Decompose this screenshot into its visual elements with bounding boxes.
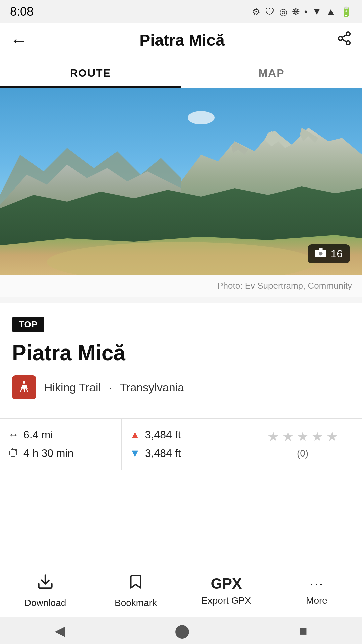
rating-count: (0) <box>297 448 308 459</box>
more-button[interactable]: ··· More <box>272 564 362 617</box>
download-label: Download <box>24 598 66 608</box>
top-badge: TOP <box>12 317 44 332</box>
stars-row[interactable]: ★ ★ ★ ★ ★ <box>267 429 338 444</box>
star-3[interactable]: ★ <box>297 429 308 444</box>
bookmark-icon <box>127 573 144 594</box>
download-icon <box>37 573 54 594</box>
signal-icon: ▲ <box>326 6 336 17</box>
duration-icon: ⏱ <box>8 447 19 460</box>
stats-col-rating: ★ ★ ★ ★ ★ (0) <box>243 419 362 470</box>
share-button[interactable] <box>337 31 352 50</box>
section-divider <box>0 297 362 303</box>
top-nav: ← Piatra Mică <box>0 23 362 57</box>
status-bar: 8:08 ⚙ 🛡 ◎ ❋ • ▼ ▲ 🔋 <box>0 0 362 23</box>
gpx-icon: GPX <box>211 575 242 592</box>
device-nav-bar: ◀ ⬤ ■ <box>0 617 362 644</box>
back-button[interactable]: ← <box>10 30 27 50</box>
distance-value: 6.4 mi <box>23 429 53 441</box>
tab-bar: ROUTE MAP <box>0 57 362 88</box>
camera-icon <box>315 248 326 260</box>
star-2[interactable]: ★ <box>282 429 294 444</box>
download-button[interactable]: Download <box>0 564 90 617</box>
trail-type-row: Hiking Trail · Transylvania <box>12 375 350 399</box>
battery-icon: 🔋 <box>340 6 352 17</box>
stats-grid: ↔ 6.4 mi ⏱ 4 h 30 min ▲ 3,484 ft ▼ 3,484… <box>0 418 362 470</box>
bookmark-button[interactable]: Bookmark <box>90 564 181 617</box>
trail-region: Transylvania <box>120 381 184 394</box>
distance-icon: ↔ <box>8 429 19 441</box>
elevation-gain-value: 3,484 ft <box>145 429 181 441</box>
tab-route[interactable]: ROUTE <box>0 57 181 88</box>
status-icons: ⚙ 🛡 ◎ ❋ • ▼ ▲ 🔋 <box>252 6 352 17</box>
svg-point-17 <box>319 252 323 255</box>
bookmark-label: Bookmark <box>115 598 157 608</box>
svg-point-19 <box>23 381 25 384</box>
duration-value: 4 h 30 min <box>23 447 73 460</box>
shield-icon: 🛡 <box>265 6 275 17</box>
elevation-loss-icon: ▼ <box>130 447 140 460</box>
more-label: More <box>306 595 327 606</box>
stats-col-elevation: ▲ 3,484 ft ▼ 3,484 ft <box>122 419 243 470</box>
more-icon: ··· <box>310 575 324 592</box>
tab-map[interactable]: MAP <box>181 57 362 88</box>
stat-elevation-loss: ▼ 3,484 ft <box>130 447 235 460</box>
gpx-label: Export GPX <box>201 595 251 606</box>
page-title: Piatra Mică <box>139 31 224 49</box>
settings-icon: ⚙ <box>252 6 260 17</box>
trail-type: Hiking Trail <box>44 381 101 394</box>
elevation-gain-icon: ▲ <box>130 429 140 441</box>
svg-line-3 <box>342 39 346 42</box>
vpn-icon: ◎ <box>279 6 287 17</box>
export-gpx-button[interactable]: GPX Export GPX <box>181 564 272 617</box>
stat-elevation-gain: ▲ 3,484 ft <box>130 429 235 441</box>
star-4[interactable]: ★ <box>312 429 323 444</box>
home-nav-button[interactable]: ⬤ <box>175 623 190 638</box>
wifi-icon: ▼ <box>312 6 322 17</box>
hero-image[interactable]: 16 <box>0 88 362 275</box>
star-5[interactable]: ★ <box>326 429 338 444</box>
trail-separator: · <box>109 381 112 394</box>
misc-icon: ❋ <box>292 6 300 17</box>
stat-duration: ⏱ 4 h 30 min <box>8 447 113 460</box>
elevation-loss-value: 3,484 ft <box>145 447 181 460</box>
star-1[interactable]: ★ <box>267 429 279 444</box>
dot-icon: • <box>304 6 308 17</box>
spacer <box>0 470 362 554</box>
status-time: 8:08 <box>10 5 34 19</box>
svg-rect-18 <box>319 248 323 250</box>
bottom-action-bar: Download Bookmark GPX Export GPX ··· Mor… <box>0 564 362 617</box>
svg-point-6 <box>188 111 215 124</box>
svg-line-4 <box>342 35 346 37</box>
hiking-icon <box>12 375 36 399</box>
photo-count-badge[interactable]: 16 <box>308 244 350 263</box>
trail-name: Piatra Mică <box>12 340 350 365</box>
photo-credit: Photo: Ev Supertramp, Community <box>0 275 362 297</box>
stat-distance: ↔ 6.4 mi <box>8 429 113 441</box>
recents-nav-button[interactable]: ■ <box>299 623 307 638</box>
photo-count: 16 <box>330 248 343 260</box>
trail-info: TOP Piatra Mică Hiking Trail · Transylva… <box>0 303 362 418</box>
back-nav-button[interactable]: ◀ <box>55 623 65 638</box>
stats-col-distance: ↔ 6.4 mi ⏱ 4 h 30 min <box>0 419 122 470</box>
